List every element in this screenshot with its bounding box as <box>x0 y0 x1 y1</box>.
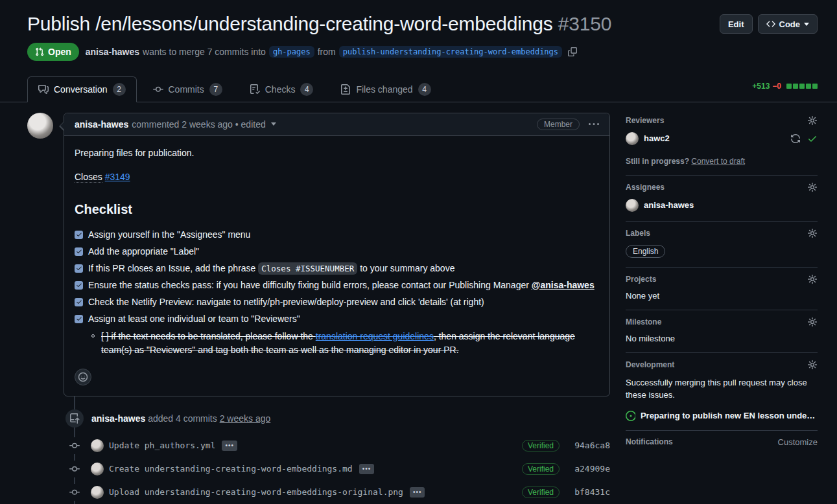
re-request-review-icon[interactable] <box>790 133 801 144</box>
pr-author[interactable]: anisa-hawes <box>86 47 139 57</box>
commit-sha[interactable]: bf8431c <box>560 487 610 497</box>
smiley-icon <box>78 372 88 382</box>
comment-intro: Preparing files for publication. <box>75 146 599 160</box>
reviewers-section: Reviewers hawc2 Still in progress? Conve… <box>626 113 818 176</box>
verified-badge[interactable]: Verified <box>522 463 560 475</box>
verified-badge[interactable]: Verified <box>522 487 560 498</box>
checklist-heading: Checklist <box>75 200 599 219</box>
commit-message[interactable]: Create understanding-creating-word-embed… <box>109 464 353 474</box>
edit-button[interactable]: Edit <box>720 14 753 34</box>
task-item: Check the Netlify Preview: navigate to n… <box>75 295 599 309</box>
tab-conversation[interactable]: Conversation 2 <box>27 76 137 102</box>
commit-description-expander[interactable]: ••• <box>359 464 375 474</box>
commit-description-expander[interactable]: ••• <box>410 487 425 498</box>
checkbox-checked[interactable] <box>75 298 83 306</box>
verified-badge[interactable]: Verified <box>522 440 560 452</box>
pr-state-badge: Open <box>27 43 79 61</box>
reviewer-row: hawc2 <box>626 132 818 145</box>
gear-icon[interactable] <box>807 182 818 192</box>
convert-to-draft-link[interactable]: Convert to draft <box>691 157 745 166</box>
reaction-row <box>64 369 609 396</box>
files-count: 4 <box>418 83 431 96</box>
task-item: Add the appropriate "Label" <box>75 245 599 258</box>
chevron-down-icon <box>804 23 809 26</box>
avatar[interactable] <box>27 113 53 139</box>
gear-icon[interactable] <box>807 228 818 238</box>
projects-value: None yet <box>626 291 818 301</box>
comment-meta[interactable]: commented 2 weeks ago • edited <box>132 119 265 130</box>
avatar[interactable] <box>626 199 639 212</box>
checkbox-checked[interactable] <box>75 264 83 273</box>
checkbox-checked[interactable] <box>75 231 83 239</box>
checks-count: 4 <box>300 83 313 96</box>
edit-history-caret-icon[interactable] <box>271 122 276 126</box>
reviewer-name[interactable]: hawc2 <box>644 133 670 143</box>
kebab-menu-icon[interactable] <box>589 119 599 130</box>
tab-files-changed[interactable]: Files changed 4 <box>329 76 442 102</box>
avatar[interactable] <box>91 439 104 452</box>
event-time-link[interactable]: 2 weeks ago <box>220 413 271 424</box>
avatar[interactable] <box>626 132 639 145</box>
gear-icon[interactable] <box>807 360 818 370</box>
tab-commits[interactable]: Commits 7 <box>142 76 233 102</box>
git-commit-icon <box>69 461 80 477</box>
comment-header: anisa-hawes commented 2 weeks ago • edit… <box>64 113 609 136</box>
tab-checks[interactable]: Checks 4 <box>239 76 325 102</box>
development-text: Successfully merging this pull request m… <box>626 376 818 402</box>
checkbox-checked[interactable] <box>75 281 83 290</box>
avatar[interactable] <box>91 486 104 499</box>
commit-message[interactable]: Upload understanding-creating-word-embed… <box>109 487 403 497</box>
add-reaction-button[interactable] <box>75 369 91 385</box>
gear-icon[interactable] <box>807 317 818 327</box>
member-badge: Member <box>537 119 580 130</box>
commit-description-expander[interactable]: ••• <box>222 441 237 451</box>
avatar[interactable] <box>91 463 104 475</box>
gear-icon[interactable] <box>807 274 818 284</box>
issue-link[interactable]: #3149 <box>105 172 130 182</box>
commit-row: Upload understanding-creating-word-embed… <box>27 481 610 504</box>
closes-line: Closes #3149 <box>75 170 599 184</box>
commit-sha[interactable]: 94a6ca8 <box>560 441 610 450</box>
git-commit-icon <box>69 437 80 454</box>
mention-link[interactable]: @anisa-hawes <box>532 280 595 290</box>
commits-added-event: anisa-hawes added 4 commits 2 weeks ago <box>27 409 610 428</box>
guidelines-link[interactable]: translation request guidelines <box>316 331 434 341</box>
code-button[interactable]: Code <box>758 14 818 34</box>
assignee-name[interactable]: anisa-hawes <box>644 200 694 210</box>
pr-header: Publish /en/lessons/understanding-creati… <box>0 0 837 61</box>
base-branch-label[interactable]: gh-pages <box>269 46 314 58</box>
comment-card: anisa-hawes commented 2 weeks ago • edit… <box>64 113 610 396</box>
timeline: anisa-hawes added 4 commits 2 weeks ago … <box>27 396 610 504</box>
checkbox-checked[interactable] <box>75 315 83 323</box>
event-text: anisa-hawes added 4 commits 2 weeks ago <box>91 413 270 424</box>
labels-section: Labels English <box>626 222 818 268</box>
comment-author[interactable]: anisa-hawes <box>75 119 128 130</box>
diffstat: +513 −0 <box>752 82 818 91</box>
gear-icon[interactable] <box>807 115 818 126</box>
commit-message[interactable]: Update ph_authors.yml <box>109 441 215 450</box>
comment-body: Preparing files for publication. Closes … <box>64 136 609 369</box>
milestone-section: Milestone No milestone <box>626 310 818 353</box>
pr-title: Publish /en/lessons/understanding-creati… <box>27 12 611 36</box>
git-commit-icon <box>69 484 80 501</box>
conversation-column: anisa-hawes commented 2 weeks ago • edit… <box>27 113 610 504</box>
additions-count: +513 <box>752 82 770 91</box>
pr-tab-nav: Conversation 2 Commits 7 Checks 4 Files … <box>0 76 837 102</box>
notifications-section: Notifications Customize <box>626 431 818 456</box>
projects-section: Projects None yet <box>626 268 818 310</box>
task-sub-list: [ ] if the text needs to be translated, … <box>91 330 599 357</box>
task-list: Assign yourself in the "Assignees" menu … <box>75 228 599 326</box>
copy-branch-icon[interactable] <box>568 47 577 56</box>
task-item: Ensure the status checks pass: if you ha… <box>75 279 599 292</box>
customize-link[interactable]: Customize <box>778 437 818 447</box>
assignees-section: Assignees anisa-hawes <box>626 176 818 222</box>
checkbox-checked[interactable] <box>75 247 83 256</box>
linked-issue[interactable]: Preparing to publish new EN lesson under… <box>626 411 818 421</box>
deletions-count: −0 <box>772 82 781 91</box>
head-branch-label[interactable]: publish-understanding-creating-word-embe… <box>339 46 562 58</box>
checklist-icon <box>250 84 260 95</box>
commit-row: Update ph_authors.yml ••• Verified 94a6c… <box>27 434 610 457</box>
commits-count: 7 <box>209 83 222 96</box>
label-english[interactable]: English <box>626 245 665 258</box>
commit-sha[interactable]: a24909e <box>560 464 610 474</box>
